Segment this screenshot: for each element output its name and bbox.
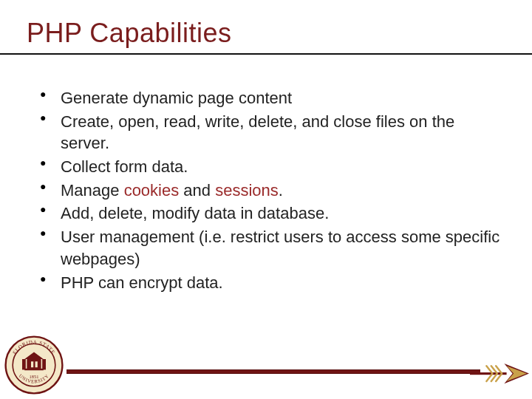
- slide: PHP Capabilities Generate dynamic page c…: [0, 0, 532, 399]
- bullet-list: Generate dynamic page contentCreate, ope…: [34, 87, 505, 293]
- bullet-item: User management (i.e. restrict users to …: [34, 226, 505, 270]
- bullet-text-segment: and: [179, 181, 215, 200]
- university-seal-icon: FLORIDA STATE UNIVERSITY 1851: [4, 335, 64, 395]
- spear-icon: [470, 358, 529, 390]
- seal-year: 1851: [30, 374, 39, 379]
- bullet-text-segment: Manage: [61, 181, 124, 200]
- bullet-text-segment: Generate dynamic page content: [61, 89, 292, 107]
- svg-rect-7: [22, 359, 26, 369]
- footer-bar: [66, 369, 480, 374]
- bullet-item: Generate dynamic page content: [34, 87, 505, 109]
- svg-rect-8: [42, 359, 46, 369]
- svg-rect-9: [31, 361, 33, 367]
- slide-title: PHP Capabilities: [27, 18, 505, 49]
- bullet-item: Collect form data.: [34, 156, 505, 178]
- bullet-text-segment: .: [279, 181, 283, 200]
- bullet-text-segment: PHP can encrypt data.: [61, 273, 223, 292]
- bullet-text-segment: Collect form data.: [61, 157, 188, 176]
- svg-marker-13: [507, 366, 527, 381]
- bullet-item: Manage cookies and sessions.: [34, 180, 505, 202]
- svg-rect-5: [24, 369, 44, 370]
- footer-bar-wrap: [0, 369, 532, 374]
- bullet-text-segment: User management (i.e. restrict users to …: [61, 228, 499, 268]
- svg-rect-10: [35, 361, 38, 367]
- content-area: Generate dynamic page contentCreate, ope…: [27, 55, 505, 293]
- bullet-item: Create, open, read, write, delete, and c…: [34, 111, 505, 154]
- bullet-text-segment: cookies: [124, 181, 180, 200]
- bullet-text-segment: Add, delete, modify data in database.: [61, 204, 329, 222]
- bullet-text-segment: sessions: [215, 181, 279, 200]
- bullet-item: PHP can encrypt data.: [34, 272, 505, 294]
- svg-rect-4: [27, 359, 41, 369]
- bullet-item: Add, delete, modify data in database.: [34, 202, 505, 225]
- bullet-text-segment: Create, open, read, write, delete, and c…: [61, 112, 454, 153]
